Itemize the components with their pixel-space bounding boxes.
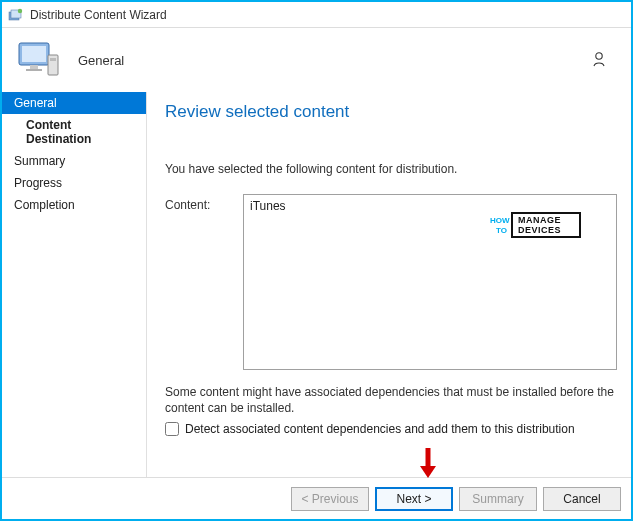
watermark: HOW TO MANAGE DEVICES (490, 211, 582, 242)
svg-text:TO: TO (496, 226, 507, 235)
cancel-button[interactable]: Cancel (543, 487, 621, 511)
svg-rect-8 (50, 58, 56, 61)
content-listbox[interactable]: iTunes HOW TO MANAGE DEVICES (243, 194, 617, 370)
sidebar-item-general[interactable]: General (2, 92, 146, 114)
wizard-sidebar: General Content Destination Summary Prog… (2, 92, 147, 477)
main-panel: Review selected content You have selecte… (147, 92, 631, 477)
arrow-annotation-icon (416, 446, 440, 478)
svg-point-2 (18, 8, 22, 12)
wizard-header: General (2, 28, 631, 92)
header-title: General (78, 53, 124, 68)
list-item[interactable]: iTunes (250, 199, 610, 213)
previous-button: < Previous (291, 487, 369, 511)
profile-icon (591, 50, 615, 71)
wizard-icon (8, 7, 24, 23)
svg-text:MANAGE: MANAGE (518, 215, 561, 225)
window-title: Distribute Content Wizard (30, 8, 167, 22)
next-button[interactable]: Next > (375, 487, 453, 511)
intro-text: You have selected the following content … (165, 162, 617, 176)
svg-rect-12 (512, 213, 580, 237)
dependency-hint: Some content might have associated depen… (165, 384, 617, 416)
svg-rect-5 (30, 65, 38, 69)
svg-marker-16 (420, 466, 436, 478)
detect-dependencies-label: Detect associated content dependencies a… (185, 422, 575, 436)
detect-dependencies-checkbox[interactable] (165, 422, 179, 436)
monitor-icon (18, 41, 62, 79)
svg-rect-4 (22, 46, 46, 62)
page-title: Review selected content (165, 102, 617, 122)
sidebar-item-content-destination[interactable]: Content Destination (2, 114, 146, 150)
svg-text:HOW: HOW (490, 216, 510, 225)
detect-dependencies-row[interactable]: Detect associated content dependencies a… (165, 422, 617, 436)
svg-text:DEVICES: DEVICES (518, 225, 561, 235)
summary-button: Summary (459, 487, 537, 511)
content-label: Content: (165, 194, 223, 370)
sidebar-item-progress[interactable]: Progress (2, 172, 146, 194)
sidebar-item-completion[interactable]: Completion (2, 194, 146, 216)
svg-rect-6 (26, 69, 42, 71)
sidebar-item-summary[interactable]: Summary (2, 150, 146, 172)
svg-point-9 (596, 52, 602, 58)
wizard-footer: < Previous Next > Summary Cancel (2, 477, 631, 519)
titlebar: Distribute Content Wizard (2, 2, 631, 28)
